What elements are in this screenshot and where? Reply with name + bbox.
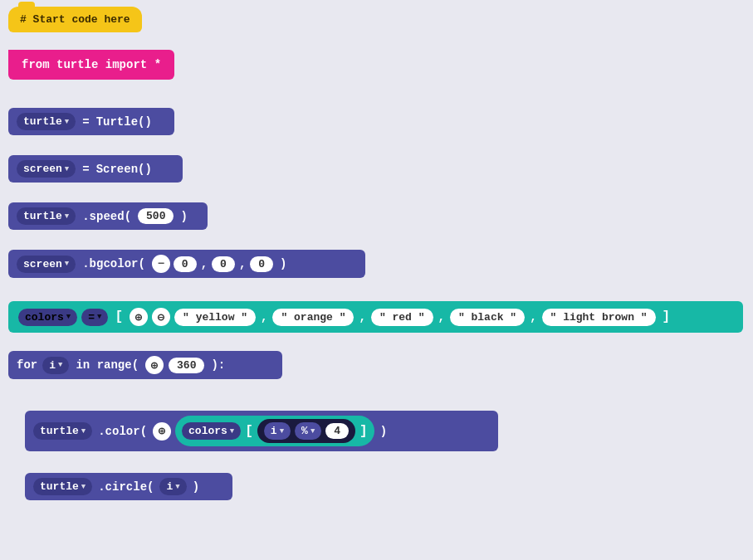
- tcircle-close: ): [193, 480, 199, 494]
- screen-var-label: screen: [23, 163, 62, 175]
- turtle-value: Turtle(): [96, 115, 152, 129]
- tcolor-turtle-label: turtle: [40, 425, 79, 437]
- colors-var-pill[interactable]: colors ▼: [18, 309, 77, 326]
- bgcolor-screen-label: screen: [23, 258, 62, 270]
- bgcolor-g[interactable]: 0: [212, 256, 235, 272]
- speed-turtle-label: turtle: [23, 210, 62, 222]
- turtle-var-pill[interactable]: turtle ▼: [17, 113, 76, 130]
- colors-eq-arrow: ▼: [97, 313, 101, 321]
- tcolor-index-arrow: ▼: [280, 427, 284, 436]
- bgcolor-comma1: ,: [201, 257, 208, 270]
- speed-method: .speed(: [82, 210, 131, 223]
- colors-add-btn[interactable]: ⊕: [130, 308, 148, 326]
- import-block: from turtle import *: [8, 50, 174, 80]
- for-in-range: in range(: [76, 358, 139, 372]
- colors-c1: ,: [359, 310, 365, 324]
- tcircle-block: turtle ▼ .circle( i ▼ ): [25, 473, 232, 500]
- screen-var-pill[interactable]: screen ▼: [17, 160, 76, 178]
- colors-eq-pill[interactable]: = ▼: [81, 309, 108, 326]
- screen-var-arrow: ▼: [65, 165, 69, 173]
- bgcolor-screen-arrow: ▼: [65, 260, 69, 268]
- tcolor-modval[interactable]: 4: [325, 423, 349, 439]
- tcircle-turtle-arrow: ▼: [81, 483, 86, 491]
- bgcolor-comma2: ,: [239, 257, 246, 270]
- tcircle-turtle-pill[interactable]: turtle ▼: [33, 478, 92, 495]
- tcircle-i-pill[interactable]: i ▼: [159, 478, 186, 495]
- color-item-2[interactable]: " red ": [371, 309, 433, 326]
- for-keyword: for: [17, 358, 37, 372]
- color-item-1[interactable]: " orange ": [272, 309, 354, 326]
- colors-eq-label: =: [88, 311, 95, 324]
- colors-remove-btn[interactable]: ⊖: [152, 308, 170, 326]
- tcolor-turtle-pill[interactable]: turtle ▼: [33, 422, 92, 440]
- bgcolor-r[interactable]: 0: [174, 256, 197, 272]
- tcircle-method: .circle(: [98, 480, 154, 494]
- for-var-pill[interactable]: i ▼: [42, 357, 69, 374]
- colors-c2: ,: [438, 310, 445, 324]
- tcolor-colors-arrow: ▼: [230, 427, 234, 436]
- speed-block: turtle ▼ .speed( 500 ): [8, 202, 208, 230]
- colors-c3: ,: [530, 310, 536, 324]
- tcolor-index-label: i: [271, 425, 277, 437]
- tcolor-method: .color(: [98, 425, 147, 438]
- tcolor-op-arrow: ▼: [310, 427, 315, 436]
- screen-equals: =: [82, 163, 89, 176]
- speed-value[interactable]: 500: [138, 208, 174, 224]
- tcolor-op-label: %: [301, 425, 308, 437]
- color-item-4[interactable]: " light brown ": [542, 309, 656, 326]
- speed-turtle-pill[interactable]: turtle ▼: [17, 207, 76, 225]
- colors-var-arrow: ▼: [66, 313, 71, 321]
- tcolor-add-btn[interactable]: ⊕: [153, 422, 171, 441]
- for-var-arrow: ▼: [58, 361, 62, 369]
- for-block: for i ▼ in range( ⊕ 360 ):: [8, 351, 282, 379]
- color-item-0[interactable]: " yellow ": [174, 309, 256, 326]
- bgcolor-method: .bgcolor(: [82, 257, 145, 270]
- turtle-var-arrow: ▼: [65, 118, 69, 126]
- for-var-label: i: [49, 359, 56, 372]
- tcircle-i-arrow: ▼: [175, 483, 179, 491]
- import-text: from turtle import *: [22, 58, 161, 71]
- screen-assign-block: screen ▼ = Screen(): [8, 155, 183, 183]
- tcolor-paren-close: ): [380, 425, 387, 438]
- tcircle-turtle-label: turtle: [40, 480, 79, 493]
- tcolor-index-pill[interactable]: i ▼: [264, 422, 291, 440]
- turtle-var-label: turtle: [23, 115, 62, 128]
- tcolor-colors-pill[interactable]: colors ▼: [182, 422, 241, 440]
- workspace: # Start code here from turtle import * t…: [0, 0, 753, 560]
- tcolor-close-bracket: ]: [359, 424, 368, 439]
- bgcolor-screen-pill[interactable]: screen ▼: [17, 256, 76, 273]
- bgcolor-block: screen ▼ .bgcolor( − 0 , 0 , 0 ): [8, 250, 365, 278]
- tcolor-block: turtle ▼ .color( ⊕ colors ▼ [ i ▼ % ▼: [25, 411, 498, 451]
- bgcolor-minus-r[interactable]: −: [152, 255, 170, 273]
- for-value[interactable]: 360: [169, 358, 204, 373]
- tcolor-bracket: [: [245, 424, 253, 439]
- colors-bracket-close: ]: [663, 309, 671, 324]
- tcolor-dark-oval: i ▼ % ▼ 4: [257, 419, 355, 443]
- comment-text: # Start code here: [20, 13, 130, 26]
- colors-block: colors ▼ = ▼ [ ⊕ ⊖ " yellow " , " orange…: [8, 301, 743, 333]
- tcolor-colors-label: colors: [188, 425, 227, 437]
- turtle-equals: =: [82, 115, 89, 129]
- for-close: ):: [211, 358, 225, 372]
- speed-turtle-arrow: ▼: [65, 212, 69, 221]
- tcolor-turtle-arrow: ▼: [81, 427, 86, 436]
- comment-block: # Start code here: [8, 7, 142, 32]
- tcolor-inner-container: colors ▼ [ i ▼ % ▼ 4 ]: [175, 416, 374, 446]
- speed-close: ): [180, 210, 187, 223]
- screen-value: Screen(): [96, 163, 152, 176]
- colors-var-label: colors: [25, 311, 64, 324]
- tcircle-i-label: i: [166, 480, 173, 493]
- turtle-assign-block: turtle ▼ = Turtle(): [8, 108, 174, 135]
- for-add-btn[interactable]: ⊕: [145, 356, 164, 374]
- colors-c0: ,: [261, 310, 267, 324]
- color-item-3[interactable]: " black ": [450, 309, 525, 326]
- tcolor-op-pill[interactable]: % ▼: [295, 422, 321, 440]
- bgcolor-close: ): [280, 257, 286, 270]
- bgcolor-b[interactable]: 0: [250, 256, 273, 272]
- colors-bracket-open: [: [115, 309, 123, 324]
